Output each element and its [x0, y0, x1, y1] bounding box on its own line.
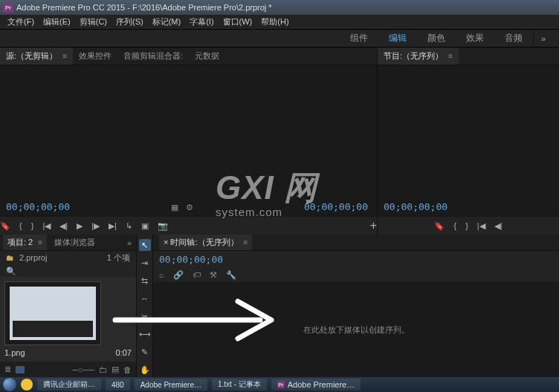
add-marker-icon[interactable]: 🏷	[193, 270, 201, 279]
add-button-icon[interactable]: +	[370, 219, 377, 232]
wrench-icon[interactable]: 🔧	[226, 270, 236, 280]
tab-effect-controls[interactable]: 效果控件	[73, 48, 117, 65]
list-view-icon[interactable]: ≣	[4, 365, 11, 374]
new-bin-icon[interactable]: 🗀	[99, 365, 107, 374]
razor-tool-icon[interactable]: ✂	[139, 310, 151, 322]
clip-thumbnail[interactable]	[4, 281, 101, 345]
tab-menu-icon[interactable]: ≡	[38, 238, 42, 246]
source-timecode-left[interactable]: 00;00;00;00	[6, 201, 70, 212]
taskbar-item-5[interactable]: PrAdobe Premiere…	[271, 379, 361, 391]
selection-tool-icon[interactable]: ↖	[139, 239, 151, 251]
marker-icon[interactable]: 🔖	[0, 221, 10, 231]
pen-tool-icon[interactable]: ✎	[139, 346, 151, 358]
new-item-icon[interactable]: ▤	[112, 365, 119, 374]
workspace-bar: 组件 编辑 颜色 效果 音频 »	[0, 30, 559, 48]
menu-edit[interactable]: 编辑(E)	[39, 15, 75, 29]
menu-window[interactable]: 窗口(W)	[219, 15, 257, 29]
window-title: Adobe Premiere Pro CC 2015 - F:\2016\Ado…	[16, 3, 272, 12]
slip-tool-icon[interactable]: ⟷	[139, 328, 151, 340]
tab-program-noseq[interactable]: 节目:（无序列） ≡	[378, 48, 459, 65]
tab-metadata[interactable]: 元数据	[189, 48, 225, 65]
source-panel-tabs: 源:（无剪辑） ≡ 效果控件 音频剪辑混合器: 元数据	[0, 48, 377, 65]
workspace-editing[interactable]: 编辑	[378, 29, 417, 48]
tab-source-noclip[interactable]: 源:（无剪辑） ≡	[0, 48, 73, 65]
go-to-in-icon[interactable]: |◀	[42, 221, 51, 231]
tab-media-browser[interactable]: 媒体浏览器	[50, 235, 100, 250]
clip-duration: 0:07	[116, 348, 132, 357]
overwrite-icon[interactable]: ▣	[141, 221, 149, 231]
menu-marker[interactable]: 标记(M)	[148, 15, 186, 29]
menu-bar: 文件(F) 编辑(E) 剪辑(C) 序列(S) 标记(M) 字幕(I) 窗口(W…	[0, 15, 559, 30]
ripple-edit-tool-icon[interactable]: ⇆	[139, 275, 151, 287]
settings-icon[interactable]: ⚙	[186, 203, 193, 212]
rate-stretch-tool-icon[interactable]: ↔	[139, 293, 151, 304]
go-to-out-icon[interactable]: ▶|	[109, 221, 117, 231]
play-icon[interactable]: ▶	[77, 221, 83, 231]
tab-timeline-noseq[interactable]: × 时间轴:（无序列） ≡	[159, 235, 252, 250]
panel-more-icon[interactable]: »	[127, 238, 136, 247]
tab-menu-icon[interactable]: ≡	[62, 52, 67, 60]
workspace-assembly[interactable]: 组件	[340, 29, 378, 48]
insert-icon[interactable]: ↳	[126, 221, 132, 231]
delete-icon[interactable]: 🗑	[123, 365, 132, 374]
export-frame-icon[interactable]: 📷	[158, 221, 168, 231]
timeline-timecode[interactable]: 00;00;00;00	[153, 251, 559, 267]
step-back-icon[interactable]: ◀|	[494, 221, 503, 231]
taskbar-item-4[interactable]: 1.txt - 记事本	[212, 379, 267, 391]
mark-in-icon[interactable]: {	[19, 221, 22, 230]
menu-file[interactable]: 文件(F)	[3, 15, 39, 29]
workspace-more[interactable]: »	[533, 31, 553, 46]
project-bin-body[interactable]: 1.png 0:07	[0, 277, 136, 362]
zoom-slider[interactable]: ─○──	[72, 365, 94, 374]
tab-menu-icon[interactable]: ≡	[244, 238, 248, 246]
track-select-tool-icon[interactable]: ⇥	[139, 257, 151, 269]
tab-project[interactable]: 项目: 2 ≡	[3, 235, 47, 250]
tab-audio-clip-mixer[interactable]: 音频剪辑混合器:	[117, 48, 189, 65]
mark-in-icon[interactable]: {	[453, 221, 456, 230]
menu-clip[interactable]: 剪辑(C)	[75, 15, 112, 29]
icon-view-icon[interactable]	[16, 366, 25, 373]
timeline-drop-area[interactable]: 在此处放下媒体以创建序列。	[153, 282, 559, 377]
menu-subtitle[interactable]: 字幕(I)	[185, 15, 218, 29]
mark-out-icon[interactable]: }	[31, 221, 34, 230]
go-to-in-icon[interactable]: |◀	[477, 221, 485, 231]
program-timecode[interactable]: 00;00;00;00	[384, 201, 447, 212]
source-panel: 源:（无剪辑） ≡ 效果控件 音频剪辑混合器: 元数据 00;00;00;00 …	[0, 48, 378, 235]
start-button[interactable]	[3, 378, 16, 391]
search-icon[interactable]: 🔍	[6, 267, 16, 276]
workspace-effects[interactable]: 效果	[456, 29, 494, 48]
taskbar-item-2[interactable]: 480	[106, 379, 130, 391]
fit-icon[interactable]: ▦	[171, 203, 178, 212]
taskbar-pinned-icon[interactable]	[21, 379, 33, 391]
project-footer: ≣ ─○── 🗀 ▤ 🗑	[0, 362, 136, 377]
tab-menu-icon[interactable]: ≡	[448, 52, 453, 60]
window-titlebar: Pr Adobe Premiere Pro CC 2015 - F:\2016\…	[0, 0, 559, 15]
hand-tool-icon[interactable]: ✋	[139, 364, 151, 376]
marker-icon[interactable]: 🔖	[434, 221, 445, 231]
timeline-panel-tabs: × 时间轴:（无序列） ≡	[153, 235, 559, 251]
snap-icon[interactable]: ⌕	[159, 270, 164, 279]
step-forward-icon[interactable]: |▶	[91, 221, 100, 231]
source-timecode-right: 00;00;00;00	[304, 201, 368, 212]
timeline-settings-icon[interactable]: ⚒	[210, 270, 217, 280]
program-panel-tabs: 节目:（无序列） ≡	[378, 48, 559, 65]
linked-selection-icon[interactable]: 🔗	[173, 270, 184, 280]
project-item-count: 1 个项	[107, 252, 130, 264]
workspace-audio[interactable]: 音频	[494, 29, 533, 48]
source-transport: 🔖 { } |◀ ◀| ▶ |▶ ▶| ↳ ▣ 📷 +	[0, 217, 377, 235]
step-back-icon[interactable]: ◀|	[59, 221, 68, 231]
project-filename: 2.prproj	[19, 253, 47, 262]
taskbar-item-1[interactable]: 腾讯企业邮箱…	[37, 379, 101, 391]
source-monitor-body: 00;00;00;00 ▦ ⚙ 00;00;00;00	[0, 65, 377, 217]
timeline-panel: × 时间轴:（无序列） ≡ 00;00;00;00 ⌕ 🔗 🏷 ⚒ 🔧 在此处放…	[153, 235, 559, 377]
taskbar-item-3[interactable]: Adobe Premiere…	[135, 379, 207, 391]
tool-palette: ↖ ⇥ ⇆ ↔ ✂ ⟷ ✎ ✋	[137, 235, 153, 377]
pr-icon: Pr	[277, 381, 285, 388]
project-panel-tabs: 项目: 2 ≡ 媒体浏览器 »	[0, 235, 136, 251]
menu-help[interactable]: 帮助(H)	[256, 15, 293, 29]
workspace-color[interactable]: 颜色	[417, 29, 456, 48]
program-transport: 🔖 { } |◀ ◀|	[378, 217, 559, 235]
menu-sequence[interactable]: 序列(S)	[112, 15, 148, 29]
mark-out-icon[interactable]: }	[465, 221, 468, 230]
tab-source-label: 源:（无剪辑）	[6, 51, 57, 60]
